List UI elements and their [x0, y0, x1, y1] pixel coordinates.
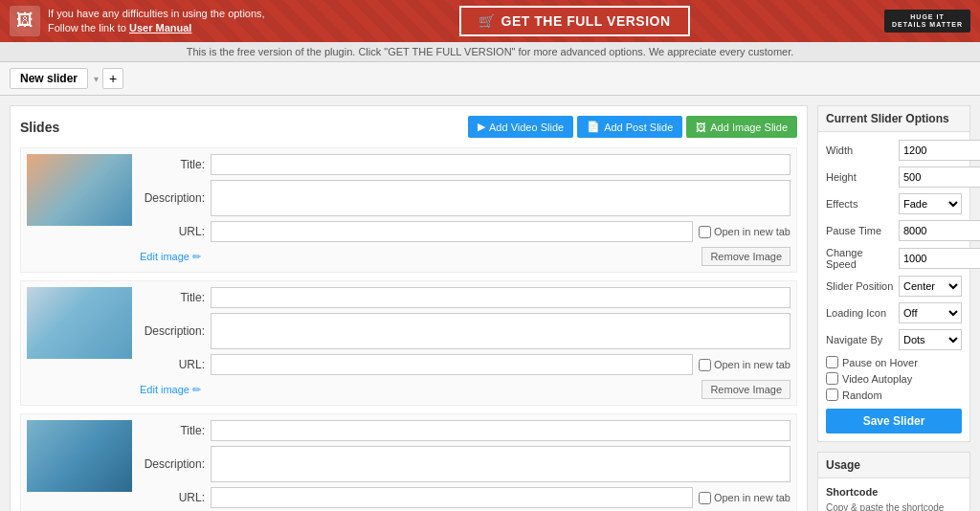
slide-fields-1: Title: Description: URL: Open in new tab	[140, 154, 791, 266]
video-autoplay-label: Video Autoplay	[842, 373, 912, 385]
url-row-3: URL: Open in new tab	[140, 487, 791, 508]
slides-panel: Slides ▶ Add Video Slide 📄 Add Post Slid…	[10, 105, 808, 511]
slide-thumbnail-2	[27, 287, 132, 359]
open-new-tab-checkbox-3[interactable]	[699, 492, 711, 504]
loading-icon-label: Loading Icon	[826, 307, 895, 319]
save-slider-button[interactable]: Save Slider	[826, 409, 962, 433]
height-input[interactable]	[899, 167, 980, 188]
desc-label: Description:	[140, 324, 205, 338]
title-input-2[interactable]	[211, 287, 791, 308]
url-label: URL:	[140, 358, 205, 371]
slides-actions: ▶ Add Video Slide 📄 Add Post Slide 🖼 Add…	[468, 116, 797, 138]
desc-row-3: Description:	[140, 446, 791, 482]
tab-new-slider[interactable]: New slider	[10, 68, 88, 89]
pause-time-input[interactable]	[899, 220, 980, 241]
url-input-3[interactable]	[211, 487, 693, 508]
height-label: Height	[826, 171, 895, 183]
slider-position-select[interactable]: CenterLeftRight	[899, 276, 962, 297]
slide-footer-2: Edit image ✏ Remove Image	[140, 380, 791, 399]
title-row-1: Title:	[140, 154, 791, 175]
user-manual-link[interactable]: User Manual	[129, 22, 191, 33]
add-image-slide-button[interactable]: 🖼 Add Image Slide	[686, 116, 797, 138]
effects-row: Effects FadeSlideZoom	[826, 193, 962, 214]
video-autoplay-checkbox[interactable]	[826, 372, 838, 385]
width-row: Width	[826, 140, 962, 161]
desc-row-2: Description:	[140, 313, 791, 349]
change-speed-label: Change Speed	[826, 247, 895, 270]
slide-item: Title: Description: URL: Open in new tab	[20, 147, 797, 273]
remove-image-button-1[interactable]: Remove Image	[702, 247, 791, 266]
add-video-slide-button[interactable]: ▶ Add Video Slide	[468, 116, 573, 138]
desc-input-2[interactable]	[211, 313, 791, 349]
url-input-1[interactable]	[211, 221, 693, 242]
pause-time-label: Pause Time	[826, 225, 895, 236]
url-row-2: URL: Open in new tab	[140, 354, 791, 375]
title-label: Title:	[140, 424, 205, 437]
desc-label: Description:	[140, 191, 205, 205]
desc-input-3[interactable]	[211, 446, 791, 482]
random-row: Random	[826, 389, 962, 401]
effects-label: Effects	[826, 198, 895, 210]
tabs-bar: New slider ▾ +	[0, 62, 980, 96]
title-label: Title:	[140, 291, 205, 304]
add-post-slide-button[interactable]: 📄 Add Post Slide	[577, 116, 682, 138]
options-section-title: Current Slider Options	[818, 106, 969, 132]
top-banner: 🖼 If you have any difficulties in using …	[0, 0, 980, 42]
main-layout: Slides ▶ Add Video Slide 📄 Add Post Slid…	[0, 96, 980, 511]
add-slider-button[interactable]: +	[102, 68, 123, 89]
open-new-tab-checkbox-2[interactable]	[699, 359, 711, 371]
width-label: Width	[826, 144, 895, 156]
navigate-by-label: Navigate By	[826, 334, 895, 345]
url-input-2[interactable]	[211, 354, 693, 375]
slide-fields-3: Title: Description: URL: Open in new tab	[140, 420, 791, 511]
loading-icon-select[interactable]: OffOn	[899, 302, 962, 323]
change-speed-input[interactable]	[899, 248, 980, 269]
slide-item: Title: Description: URL: Open in new tab	[20, 280, 797, 406]
title-label: Title:	[140, 158, 205, 171]
effects-select[interactable]: FadeSlideZoom	[899, 193, 962, 214]
pause-hover-label: Pause on Hover	[842, 357, 918, 368]
slider-position-row: Slider Position CenterLeftRight	[826, 276, 962, 297]
open-new-tab-label-1: Open in new tab	[699, 226, 791, 238]
title-input-3[interactable]	[211, 420, 791, 441]
slide-thumbnail-3	[27, 420, 132, 492]
width-input[interactable]	[899, 140, 980, 161]
slide-footer-1: Edit image ✏ Remove Image	[140, 247, 791, 266]
plugin-icon: 🖼	[10, 6, 40, 36]
pause-time-row: Pause Time	[826, 220, 962, 241]
navigate-by-row: Navigate By DotsArrowsBoth	[826, 329, 962, 350]
url-row-1: URL: Open in new tab	[140, 221, 791, 242]
edit-image-link-1[interactable]: Edit image ✏	[140, 251, 201, 263]
sub-banner: This is the free version of the plugin. …	[0, 42, 980, 62]
edit-image-link-2[interactable]: Edit image ✏	[140, 384, 201, 396]
random-label: Random	[842, 389, 882, 401]
title-row-2: Title:	[140, 287, 791, 308]
url-label: URL:	[140, 491, 205, 504]
video-autoplay-row: Video Autoplay	[826, 372, 962, 385]
slides-title: Slides	[20, 120, 59, 135]
height-row: Height	[826, 167, 962, 188]
navigate-by-select[interactable]: DotsArrowsBoth	[899, 329, 962, 350]
desc-row-1: Description:	[140, 180, 791, 216]
title-input-1[interactable]	[211, 154, 791, 175]
pause-hover-checkbox[interactable]	[826, 356, 838, 368]
get-full-version-button[interactable]: 🛒 GET THE FULL VERSION	[459, 6, 689, 36]
open-new-tab-label-2: Open in new tab	[699, 359, 791, 371]
banner-text: If you have any difficulties in using th…	[48, 7, 265, 36]
slider-options-panel: Current Slider Options Width Height Effe…	[817, 105, 970, 511]
shortcode-desc: Copy & paste the shortcode directly into…	[826, 501, 962, 511]
current-slider-options: Current Slider Options Width Height Effe…	[817, 105, 970, 442]
pause-hover-row: Pause on Hover	[826, 356, 962, 368]
brand-logo: HUGE IT DETAILS MATTER	[884, 10, 970, 33]
banner-left: 🖼 If you have any difficulties in using …	[10, 6, 265, 36]
tab-arrow: ▾	[94, 74, 99, 84]
slide-thumbnail-1	[27, 154, 132, 226]
remove-image-button-2[interactable]: Remove Image	[702, 380, 791, 399]
desc-label: Description:	[140, 457, 205, 471]
random-checkbox[interactable]	[826, 389, 838, 401]
usage-title: Usage	[818, 453, 969, 478]
open-new-tab-checkbox-1[interactable]	[699, 226, 711, 238]
usage-section: Usage Shortcode Copy & paste the shortco…	[817, 452, 970, 511]
desc-input-1[interactable]	[211, 180, 791, 216]
slide-item: Title: Description: URL: Open in new tab	[20, 413, 797, 511]
